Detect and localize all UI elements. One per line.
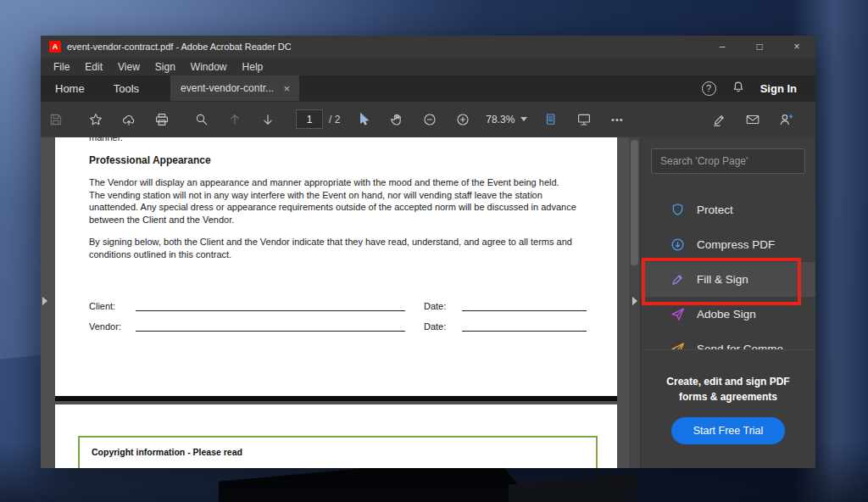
scrollbar-thumb[interactable] xyxy=(631,140,638,265)
notifications-bell-icon[interactable] xyxy=(731,80,746,98)
print-icon[interactable] xyxy=(150,108,174,131)
sidebar-item-label: Compress PDF xyxy=(697,238,775,251)
next-page-icon[interactable] xyxy=(256,108,280,131)
page-number-input[interactable] xyxy=(296,109,323,129)
acrobat-app-icon: A xyxy=(49,41,61,53)
section-heading: Professional Appearance xyxy=(89,154,576,166)
client-date-line xyxy=(462,300,587,311)
paragraph-fragment: manner. xyxy=(89,137,576,142)
select-tool-icon[interactable] xyxy=(352,108,376,131)
start-free-trial-button[interactable]: Start Free Trial xyxy=(671,417,785,444)
pdf-page-1: manner. Professional Appearance The Vend… xyxy=(55,137,617,396)
client-signature-line xyxy=(136,300,405,311)
adobe-sign-icon xyxy=(670,306,686,322)
zoom-in-icon[interactable] xyxy=(451,108,475,131)
chevron-down-icon xyxy=(520,117,527,121)
date-label: Date: xyxy=(424,301,462,311)
tab-document[interactable]: event-vendor-contr... × xyxy=(170,75,299,101)
right-panel-toggle-icon[interactable] xyxy=(632,297,637,305)
send-to-screen-icon[interactable] xyxy=(572,108,596,131)
window-body: manner. Professional Appearance The Vend… xyxy=(41,137,815,468)
copyright-box: Copyright information - Please read xyxy=(78,436,598,468)
date-label: Date: xyxy=(424,321,462,332)
fill-sign-icon xyxy=(670,271,686,287)
vendor-label: Vendor: xyxy=(89,321,136,332)
pdf-page-2: Copyright information - Please read xyxy=(55,404,617,468)
menu-sign[interactable]: Sign xyxy=(147,61,183,73)
title-bar: A event-vendor-contract.pdf - Adobe Acro… xyxy=(41,36,815,58)
sidebar-item-compress-pdf[interactable]: Compress PDF xyxy=(641,227,815,262)
tab-bar: Home Tools event-vendor-contr... × ? Sig… xyxy=(41,75,815,101)
tools-search-box xyxy=(651,148,805,174)
sidebar-item-fill-and-sign[interactable]: Fill & Sign xyxy=(641,262,815,297)
zoom-level-value: 78.3% xyxy=(486,114,515,126)
help-icon[interactable]: ? xyxy=(702,81,716,96)
tools-list: Protect Compress PDF Fill & Sign Adobe S… xyxy=(641,192,815,366)
signature-pen-icon[interactable] xyxy=(708,108,732,131)
add-person-icon[interactable] xyxy=(774,108,798,131)
client-label: Client: xyxy=(89,301,136,311)
copyright-heading: Copyright information - Please read xyxy=(92,447,584,457)
zoom-level-dropdown[interactable]: 78.3% xyxy=(486,114,527,126)
document-area: manner. Professional Appearance The Vend… xyxy=(41,137,640,468)
close-button[interactable]: × xyxy=(778,36,815,58)
minimize-button[interactable]: – xyxy=(704,36,741,58)
cloud-upload-icon[interactable] xyxy=(117,108,141,131)
previous-page-icon[interactable] xyxy=(223,108,247,131)
email-icon[interactable] xyxy=(741,108,765,131)
body-paragraph-2: By signing below, both the Client and th… xyxy=(89,236,576,260)
sidebar-item-label: Protect xyxy=(697,204,733,216)
sidebar-item-label: Adobe Sign xyxy=(697,308,756,321)
shield-icon xyxy=(670,202,686,218)
tab-document-label: event-vendor-contr... xyxy=(181,82,281,94)
save-icon[interactable] xyxy=(44,108,68,131)
sidebar-item-protect[interactable]: Protect xyxy=(641,192,815,227)
sidebar-item-adobe-sign[interactable]: Adobe Sign xyxy=(641,297,815,332)
more-tools-icon[interactable]: ••• xyxy=(605,108,629,131)
compress-icon xyxy=(670,237,686,253)
promo-panel: Create, edit and sign PDF forms & agreem… xyxy=(641,349,815,468)
window-title: event-vendor-contract.pdf - Adobe Acroba… xyxy=(67,42,704,52)
marquee-zoom-icon[interactable] xyxy=(190,108,214,131)
menu-help[interactable]: Help xyxy=(235,61,271,73)
vendor-signature-row: Vendor: Date: xyxy=(89,321,587,332)
tab-home[interactable]: Home xyxy=(41,75,99,101)
tabbar-right-group: ? Sign In xyxy=(702,80,815,98)
page-separator xyxy=(55,396,617,401)
page-display-mode-icon[interactable] xyxy=(539,108,563,131)
maximize-button[interactable]: □ xyxy=(741,36,778,58)
menu-file[interactable]: File xyxy=(46,61,77,73)
body-paragraph-1: The Vendor will display an appearance an… xyxy=(89,176,576,226)
menu-edit[interactable]: Edit xyxy=(77,61,110,73)
window-controls: – □ × xyxy=(704,36,815,58)
toolbar: / 2 78.3% ••• xyxy=(41,101,815,137)
left-panel-toggle-icon[interactable] xyxy=(42,297,47,305)
sidebar-item-label: Fill & Sign xyxy=(697,273,748,286)
acrobat-window: A event-vendor-contract.pdf - Adobe Acro… xyxy=(41,36,815,468)
vendor-signature-line xyxy=(136,321,405,332)
promo-text: Create, edit and sign PDF forms & agreem… xyxy=(655,374,801,404)
toolbar-right-group xyxy=(708,108,807,131)
tools-sidebar: Protect Compress PDF Fill & Sign Adobe S… xyxy=(640,137,815,468)
zoom-out-icon[interactable] xyxy=(418,108,442,131)
tools-search-input[interactable] xyxy=(652,155,804,167)
menu-bar: File Edit View Sign Window Help xyxy=(41,58,815,75)
sign-in-button[interactable]: Sign In xyxy=(760,82,797,95)
menu-view[interactable]: View xyxy=(110,61,147,73)
tab-tools[interactable]: Tools xyxy=(99,75,153,101)
client-signature-row: Client: Date: xyxy=(89,300,587,311)
hand-tool-icon[interactable] xyxy=(385,108,409,131)
page-total-label: / 2 xyxy=(329,114,340,126)
menu-window[interactable]: Window xyxy=(183,61,235,73)
page-navigation: / 2 xyxy=(296,109,340,129)
star-favorite-icon[interactable] xyxy=(84,108,108,131)
vendor-date-line xyxy=(462,321,587,332)
tab-close-icon[interactable]: × xyxy=(281,82,292,95)
